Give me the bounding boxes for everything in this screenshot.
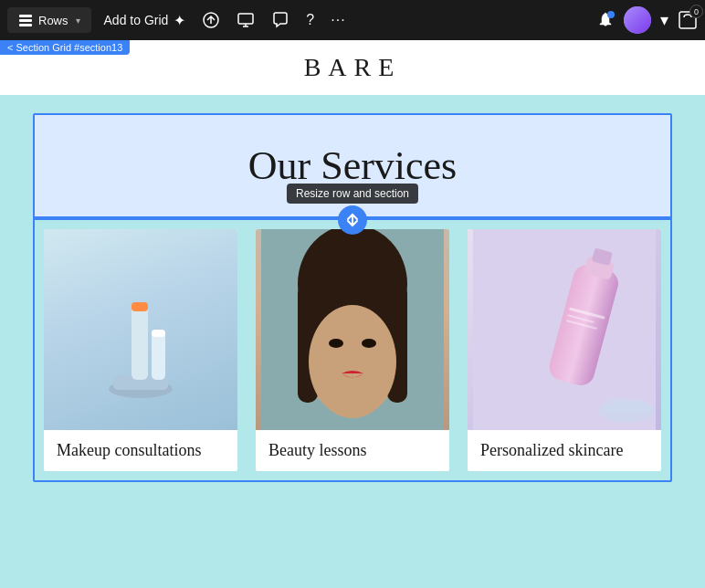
card-label-skincare: Personalized skincare bbox=[468, 430, 661, 471]
service-card-beauty[interactable]: Beauty lessons bbox=[256, 229, 449, 471]
resize-tooltip: Resize row and section bbox=[287, 184, 418, 204]
svg-rect-4 bbox=[238, 14, 253, 24]
notifications-button[interactable] bbox=[596, 11, 615, 29]
toolbar-right: ▾ 0 bbox=[596, 6, 698, 34]
canvas-area: Our Services Resize row and section bbox=[0, 95, 705, 588]
brand-bar: < Section Grid #section13 BARE bbox=[0, 40, 705, 95]
chevron-down-icon: ▾ bbox=[660, 10, 668, 30]
section-container: Our Services Resize row and section bbox=[33, 113, 672, 482]
add-to-grid-button[interactable]: Add to Grid ✦ bbox=[91, 6, 199, 35]
svg-rect-9 bbox=[132, 302, 148, 311]
comment-button[interactable] bbox=[271, 11, 289, 29]
help-icon: ? bbox=[306, 12, 314, 28]
account-chevron-button[interactable]: ▾ bbox=[660, 10, 668, 30]
resize-cursor-icon[interactable] bbox=[338, 205, 367, 235]
avatar[interactable] bbox=[624, 6, 651, 34]
help-button[interactable]: ? bbox=[306, 12, 314, 28]
avatar-image bbox=[624, 6, 651, 34]
brand-name: BARE bbox=[304, 53, 402, 82]
card-image-beauty bbox=[256, 229, 449, 430]
desktop-preview-button[interactable] bbox=[237, 11, 255, 29]
services-cards-row: Makeup consultations bbox=[35, 220, 670, 480]
svg-rect-2 bbox=[19, 24, 32, 26]
svg-rect-8 bbox=[132, 302, 148, 380]
toolbar: Rows ▾ Add to Grid ✦ bbox=[0, 0, 705, 40]
desktop-icon bbox=[237, 11, 255, 29]
section-label[interactable]: < Section Grid #section13 bbox=[0, 40, 130, 55]
toolbar-left: Rows ▾ Add to Grid ✦ bbox=[7, 6, 346, 35]
service-card-skincare[interactable]: Personalized skincare bbox=[468, 229, 661, 471]
chevron-down-icon: ▾ bbox=[76, 16, 80, 26]
svg-point-19 bbox=[362, 339, 376, 348]
service-card-makeup[interactable]: Makeup consultations bbox=[44, 229, 237, 471]
services-header-row[interactable]: Our Services Resize row and section bbox=[35, 115, 670, 218]
toolbar-icons: ? ··· bbox=[202, 11, 345, 29]
cart-count: 0 bbox=[689, 5, 703, 18]
card-label-beauty: Beauty lessons bbox=[256, 430, 449, 471]
more-icon: ··· bbox=[331, 12, 345, 28]
makeup-product-svg bbox=[86, 247, 195, 412]
services-title: Our Services bbox=[53, 142, 652, 189]
sparkle-icon: ✦ bbox=[174, 12, 185, 29]
rows-button[interactable]: Rows ▾ bbox=[7, 7, 91, 33]
beauty-face-svg bbox=[261, 229, 444, 430]
svg-point-18 bbox=[329, 339, 343, 348]
move-up-button[interactable] bbox=[202, 11, 220, 29]
add-to-grid-label: Add to Grid bbox=[104, 13, 169, 27]
rows-label: Rows bbox=[38, 14, 68, 27]
svg-rect-0 bbox=[19, 15, 32, 17]
resize-handle: Resize row and section bbox=[287, 184, 418, 235]
skincare-product-svg bbox=[473, 229, 656, 430]
card-label-makeup: Makeup consultations bbox=[44, 430, 237, 471]
svg-rect-1 bbox=[19, 19, 32, 22]
card-image-skincare bbox=[468, 229, 661, 430]
svg-point-17 bbox=[309, 305, 396, 418]
more-options-button[interactable]: ··· bbox=[331, 12, 345, 28]
card-image-makeup bbox=[44, 229, 237, 430]
rows-icon bbox=[18, 13, 33, 27]
comment-icon bbox=[271, 11, 289, 29]
cart-button[interactable]: 0 bbox=[678, 10, 698, 30]
svg-rect-10 bbox=[152, 330, 165, 380]
notification-dot bbox=[607, 11, 615, 18]
svg-rect-11 bbox=[152, 330, 165, 337]
arrange-icon bbox=[202, 11, 220, 29]
